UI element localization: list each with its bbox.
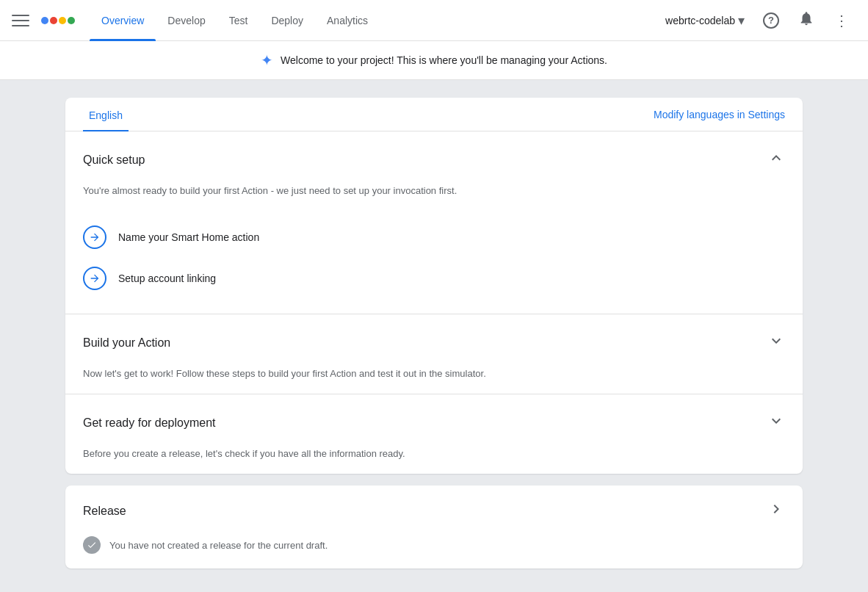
step-name-smart-home[interactable]: Name your Smart Home action (83, 217, 785, 258)
banner-text: Welcome to your project! This is where y… (281, 54, 607, 66)
step-arrow-icon (83, 225, 106, 249)
project-name-label: webrtc-codelab (665, 15, 735, 26)
language-tabs: English Modify languages in Settings (65, 98, 803, 131)
step-name-smart-home-label: Name your Smart Home action (118, 231, 259, 243)
nav-develop[interactable]: Develop (156, 0, 217, 41)
nav-left: Overview Develop Test Deploy Analytics (12, 0, 380, 41)
build-action-section: Build your Action Now let's get to work!… (65, 314, 803, 394)
welcome-banner: ✦ Welcome to your project! This is where… (0, 41, 868, 80)
main-content: English Modify languages in Settings Qui… (30, 80, 838, 592)
dropdown-chevron-icon: ▾ (738, 12, 745, 29)
bell-icon (798, 10, 814, 30)
release-message: You have not created a release for the c… (109, 540, 328, 551)
release-chevron-right-icon (767, 500, 785, 521)
project-selector[interactable]: webrtc-codelab ▾ (659, 8, 751, 33)
more-options-button[interactable]: ⋮ (827, 6, 856, 35)
build-action-header[interactable]: Build your Action (65, 314, 803, 365)
build-action-title-block: Build your Action (83, 336, 170, 350)
nav-analytics[interactable]: Analytics (315, 0, 380, 41)
deployment-title: Get ready for deployment (83, 416, 216, 430)
step-account-linking[interactable]: Setup account linking (83, 258, 785, 299)
main-card: English Modify languages in Settings Qui… (65, 98, 803, 474)
quick-setup-chevron-up-icon (767, 149, 785, 170)
step-account-linking-label: Setup account linking (118, 272, 216, 284)
quick-setup-steps: Name your Smart Home action Setup accoun… (65, 211, 803, 314)
build-action-subtitle: Now let's get to work! Follow these step… (65, 368, 803, 394)
more-icon: ⋮ (834, 12, 850, 29)
hamburger-menu-icon[interactable] (12, 12, 29, 29)
release-header[interactable]: Release (65, 485, 803, 536)
release-body: You have not created a release for the c… (65, 536, 803, 568)
build-action-chevron-down-icon (767, 332, 785, 353)
google-logo (41, 17, 75, 24)
quick-setup-title: Quick setup (83, 154, 145, 167)
release-card: Release You have not created a release f… (65, 485, 803, 568)
help-button[interactable]: ? (756, 6, 786, 35)
nav-links: Overview Develop Test Deploy Analytics (90, 0, 380, 41)
notifications-button[interactable] (792, 6, 821, 35)
english-tab[interactable]: English (83, 98, 129, 131)
deployment-chevron-down-icon (767, 412, 785, 433)
nav-overview[interactable]: Overview (90, 0, 156, 41)
release-title: Release (83, 505, 126, 518)
sparkle-icon: ✦ (261, 51, 273, 69)
build-action-title: Build your Action (83, 336, 170, 350)
quick-setup-subtitle: You're almost ready to build your first … (65, 185, 803, 211)
quick-setup-section: Quick setup You're almost ready to build… (65, 131, 803, 314)
step-arrow-icon-2 (83, 267, 106, 290)
check-circle-icon (83, 536, 101, 554)
nav-test[interactable]: Test (217, 0, 260, 41)
help-icon: ? (763, 12, 779, 29)
quick-setup-title-block: Quick setup (83, 154, 145, 167)
deployment-subtitle: Before you create a release, let's check… (65, 448, 803, 474)
top-navigation: Overview Develop Test Deploy Analytics w… (0, 0, 868, 41)
deployment-header[interactable]: Get ready for deployment (65, 394, 803, 445)
deployment-section: Get ready for deployment Before you crea… (65, 394, 803, 474)
deployment-title-block: Get ready for deployment (83, 416, 216, 430)
quick-setup-header[interactable]: Quick setup (65, 131, 803, 182)
nav-right: webrtc-codelab ▾ ? ⋮ (659, 6, 856, 35)
modify-languages-link[interactable]: Modify languages in Settings (654, 109, 785, 120)
nav-deploy[interactable]: Deploy (259, 0, 315, 41)
